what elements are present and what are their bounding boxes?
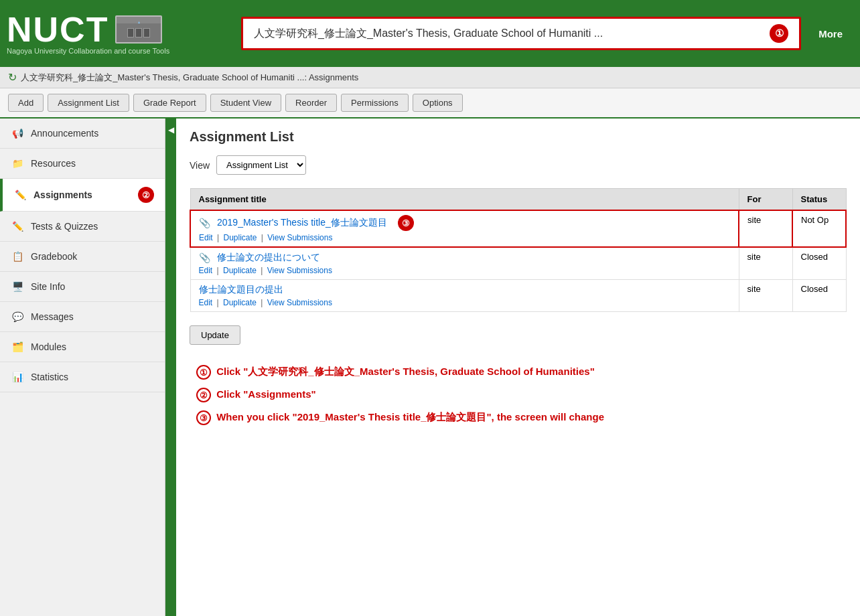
- instruction-step2: ② Click "Assignments": [196, 388, 840, 402]
- assignment-cell-status-3: Closed: [792, 280, 846, 312]
- sidebar-item-site-info[interactable]: 🖥️ Site Info: [0, 272, 165, 302]
- grade-report-button[interactable]: Grade Report: [133, 94, 206, 112]
- view-select[interactable]: Assignment List Student View: [216, 155, 306, 175]
- step1-badge: ①: [770, 24, 788, 43]
- assignment-cell-title-1: 📎 2019_Master's Thesis title_修士論文題目 ③ Ed…: [190, 210, 739, 247]
- sidebar-item-label: Modules: [31, 341, 66, 352]
- assignment-table: Assignment title For Status 📎 2019_Maste…: [190, 188, 847, 312]
- separator: |: [217, 233, 221, 242]
- toolbar: Add Assignment List Grade Report Student…: [0, 88, 860, 119]
- assignment-cell-for-2: site: [739, 247, 792, 280]
- view-submissions-link-1[interactable]: View Submissions: [267, 233, 332, 242]
- col-header-title: Assignment title: [190, 189, 739, 211]
- edit-link-2[interactable]: Edit: [199, 266, 213, 275]
- sidebar-collapse[interactable]: ◀: [165, 119, 176, 616]
- sidebar-item-assignments[interactable]: ✏️ Assignments ②: [0, 179, 165, 212]
- assignment-cell-status-2: Closed: [792, 247, 846, 280]
- assignment-cell-title-3: 修士論文題目の提出 Edit | Duplicate | View Submis…: [190, 280, 739, 312]
- step3-badge: ③: [398, 215, 414, 231]
- step1-circle: ①: [196, 365, 211, 380]
- attachment-icon-2: 📎: [199, 252, 210, 263]
- assignment-list-button[interactable]: Assignment List: [48, 94, 129, 112]
- sidebar-item-label: Messages: [31, 311, 74, 322]
- building-icon: ✦: [115, 15, 162, 44]
- announcements-icon: 📢: [11, 127, 24, 140]
- instruction-step3: ③ When you click "2019_Master's Thesis t…: [196, 410, 840, 425]
- sidebar: 📢 Announcements 📁 Resources ✏️ Assignmen…: [0, 119, 165, 616]
- sidebar-item-resources[interactable]: 📁 Resources: [0, 149, 165, 179]
- separator: |: [261, 298, 265, 307]
- sub-actions-2: Edit | Duplicate | View Submissions: [199, 264, 731, 275]
- step3-circle: ③: [196, 410, 211, 425]
- step2-circle: ②: [196, 388, 211, 402]
- student-view-button[interactable]: Student View: [210, 94, 281, 112]
- edit-link-1[interactable]: Edit: [199, 233, 213, 242]
- separator: |: [261, 233, 265, 242]
- tests-icon: ✏️: [11, 220, 24, 233]
- assignment-cell-for-1: site: [739, 210, 792, 247]
- col-header-for: For: [739, 189, 792, 211]
- step2-badge: ②: [138, 187, 154, 203]
- assignment-cell-for-3: site: [739, 280, 792, 312]
- sidebar-item-announcements[interactable]: 📢 Announcements: [0, 119, 165, 149]
- table-row: 修士論文題目の提出 Edit | Duplicate | View Submis…: [190, 280, 846, 312]
- gradebook-icon: 📋: [11, 250, 24, 263]
- logo-text: NUCT: [7, 12, 109, 47]
- add-button[interactable]: Add: [8, 94, 44, 112]
- breadcrumb: ↻ 人文学研究科_修士論文_Master's Thesis, Graduate …: [0, 67, 860, 88]
- site-info-icon: 🖥️: [11, 280, 24, 293]
- separator: |: [217, 266, 221, 275]
- logo-area: NUCT ✦ Nagoya University Collaboration a…: [7, 12, 234, 55]
- view-row: View Assignment List Student View: [190, 155, 847, 175]
- sidebar-item-modules[interactable]: 🗂️ Modules: [0, 332, 165, 362]
- instruction-step1: ① Click "人文学研究科_修士論文_Master's Thesis, Gr…: [196, 365, 840, 380]
- separator: |: [217, 298, 221, 307]
- main-layout: 📢 Announcements 📁 Resources ✏️ Assignmen…: [0, 119, 860, 616]
- duplicate-link-2[interactable]: Duplicate: [223, 266, 257, 275]
- assignment-link-2[interactable]: 修士論文の提出について: [217, 252, 320, 264]
- sub-actions-3: Edit | Duplicate | View Submissions: [199, 296, 731, 307]
- attachment-icon-1: 📎: [199, 218, 210, 228]
- sidebar-item-label: Announcements: [31, 128, 98, 139]
- instructions: ① Click "人文学研究科_修士論文_Master's Thesis, Gr…: [190, 358, 847, 440]
- duplicate-link-3[interactable]: Duplicate: [223, 298, 257, 307]
- sidebar-item-label: Statistics: [31, 372, 68, 382]
- more-button[interactable]: More: [808, 28, 853, 40]
- view-submissions-link-2[interactable]: View Submissions: [267, 266, 332, 275]
- view-label: View: [190, 160, 210, 171]
- sidebar-item-messages[interactable]: 💬 Messages: [0, 302, 165, 332]
- update-button[interactable]: Update: [190, 325, 240, 345]
- sidebar-item-label: Site Info: [31, 281, 65, 292]
- sidebar-item-label: Tests & Quizzes: [31, 221, 98, 232]
- course-title-text: 人文学研究科_修士論文_Master's Thesis, Graduate Sc…: [254, 27, 763, 41]
- assignment-cell-status-1: Not Op: [792, 210, 846, 247]
- breadcrumb-text: 人文学研究科_修士論文_Master's Thesis, Graduate Sc…: [21, 72, 358, 84]
- assignment-link-1[interactable]: 2019_Master's Thesis title_修士論文題目: [217, 217, 387, 229]
- sidebar-item-label: Gradebook: [31, 251, 77, 262]
- course-title-box[interactable]: 人文学研究科_修士論文_Master's Thesis, Graduate Sc…: [241, 17, 801, 50]
- view-submissions-link-3[interactable]: View Submissions: [267, 298, 332, 307]
- col-header-status: Status: [792, 189, 846, 211]
- refresh-icon: ↻: [8, 71, 17, 84]
- table-row: 📎 修士論文の提出について Edit | Duplicate | View Su…: [190, 247, 846, 280]
- sidebar-item-statistics[interactable]: 📊 Statistics: [0, 362, 165, 392]
- assignment-link-3[interactable]: 修士論文題目の提出: [199, 284, 283, 295]
- table-row: 📎 2019_Master's Thesis title_修士論文題目 ③ Ed…: [190, 210, 846, 247]
- sidebar-item-gradebook[interactable]: 📋 Gradebook: [0, 242, 165, 272]
- modules-icon: 🗂️: [11, 340, 24, 354]
- sidebar-item-label: Assignments: [33, 189, 92, 200]
- assignment-cell-title-2: 📎 修士論文の提出について Edit | Duplicate | View Su…: [190, 247, 739, 280]
- options-button[interactable]: Options: [413, 94, 463, 112]
- collapse-icon: ◀: [168, 125, 174, 135]
- edit-link-3[interactable]: Edit: [199, 298, 213, 307]
- page-title: Assignment List: [190, 129, 847, 145]
- logo-subtitle: Nagoya University Collaboration and cour…: [7, 47, 234, 55]
- reorder-button[interactable]: Reorder: [285, 94, 337, 112]
- content-area: Assignment List View Assignment List Stu…: [176, 119, 860, 616]
- separator: |: [261, 266, 265, 275]
- sidebar-item-tests-quizzes[interactable]: ✏️ Tests & Quizzes: [0, 212, 165, 242]
- duplicate-link-1[interactable]: Duplicate: [223, 233, 257, 242]
- permissions-button[interactable]: Permissions: [341, 94, 409, 112]
- assignments-icon: ✏️: [13, 188, 27, 202]
- sub-actions-1: Edit | Duplicate | View Submissions: [199, 231, 730, 242]
